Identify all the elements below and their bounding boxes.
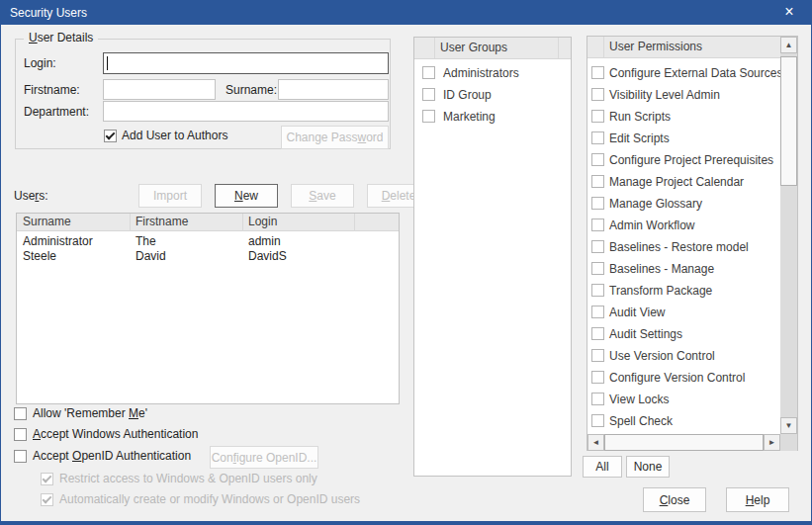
windows-auth-checkbox[interactable] bbox=[14, 428, 27, 441]
scroll-down-icon[interactable]: ▼ bbox=[780, 417, 797, 434]
list-item-administrators[interactable]: Administrators bbox=[414, 62, 571, 84]
openid-auth-checkbox[interactable] bbox=[14, 450, 27, 463]
change-password-button[interactable]: Change Password bbox=[281, 126, 389, 149]
help-button[interactable]: Help bbox=[726, 487, 789, 512]
permission-item[interactable]: Baselines - Manage bbox=[587, 258, 780, 280]
permission-item[interactable]: Manage Project Calendar bbox=[587, 171, 780, 193]
column-header-surname[interactable]: Surname bbox=[23, 214, 71, 230]
column-header-login[interactable]: Login bbox=[248, 214, 277, 230]
surname-input[interactable] bbox=[278, 79, 389, 100]
new-button[interactable]: New bbox=[215, 184, 278, 208]
configure-openid-button[interactable]: Configure OpenID... bbox=[210, 446, 318, 469]
cell-surname: Steele bbox=[23, 249, 56, 264]
permission-checkbox[interactable] bbox=[591, 306, 604, 318]
scroll-up-icon[interactable]: ▲ bbox=[780, 37, 797, 53]
permission-item[interactable]: Audit Settings bbox=[587, 323, 780, 345]
close-icon[interactable]: × bbox=[775, 1, 803, 25]
permission-item[interactable]: Configure Version Control bbox=[587, 367, 780, 389]
group-checkbox[interactable] bbox=[422, 66, 435, 79]
user-permissions-panel: User Permissions Configure External Data… bbox=[586, 36, 798, 451]
horizontal-scrollbar[interactable]: ◄ ► bbox=[587, 434, 780, 451]
list-item-id-group[interactable]: ID Group bbox=[414, 84, 571, 106]
permission-checkbox[interactable] bbox=[591, 66, 604, 79]
none-button[interactable]: None bbox=[626, 456, 670, 478]
permission-item[interactable]: Edit Scripts bbox=[587, 128, 780, 149]
text-caret bbox=[107, 56, 108, 70]
list-item-marketing[interactable]: Marketing bbox=[414, 106, 571, 128]
permission-checkbox[interactable] bbox=[591, 371, 604, 384]
scrollbar-corner bbox=[780, 434, 797, 451]
permission-checkbox[interactable] bbox=[591, 414, 604, 427]
import-button[interactable]: Import bbox=[138, 184, 202, 208]
permission-item[interactable]: Configure External Data Sources bbox=[587, 62, 780, 84]
user-groups-header-label: User Groups bbox=[440, 38, 507, 58]
horizontal-scrollbar-thumb[interactable] bbox=[604, 434, 764, 451]
scroll-right-icon[interactable]: ► bbox=[764, 434, 780, 451]
close-button[interactable]: Close bbox=[643, 487, 706, 512]
permission-item[interactable]: Manage Glossary bbox=[587, 193, 780, 215]
cell-login: DavidS bbox=[248, 249, 287, 264]
department-input[interactable] bbox=[103, 101, 389, 122]
column-divider bbox=[130, 214, 131, 231]
table-row[interactable]: Steele David DavidS bbox=[17, 249, 399, 264]
permission-checkbox[interactable] bbox=[591, 349, 604, 362]
login-input[interactable] bbox=[103, 52, 389, 74]
login-label: Login: bbox=[24, 56, 56, 71]
permission-item[interactable]: Admin Workflow bbox=[587, 215, 780, 236]
permission-label: Spell Check bbox=[609, 410, 673, 432]
permission-item[interactable]: Run Scripts bbox=[587, 106, 780, 128]
restrict-access-label: Restrict access to Windows & OpenID user… bbox=[59, 473, 317, 485]
permission-item[interactable]: Audit View bbox=[587, 302, 780, 323]
restrict-access-checkbox[interactable] bbox=[41, 473, 53, 485]
permission-item[interactable]: Baselines - Restore model bbox=[587, 236, 780, 258]
permission-checkbox[interactable] bbox=[591, 175, 604, 188]
permission-item[interactable]: Visibility Level Admin bbox=[587, 84, 780, 106]
surname-label: Surname: bbox=[226, 83, 277, 98]
permission-checkbox[interactable] bbox=[591, 131, 604, 144]
users-table-header: Surname Firstname Login bbox=[17, 214, 399, 231]
vertical-scrollbar-thumb[interactable] bbox=[780, 56, 797, 186]
permission-checkbox[interactable] bbox=[591, 110, 604, 123]
auto-create-checkbox[interactable] bbox=[41, 493, 53, 506]
permission-item[interactable]: Transform Package bbox=[587, 280, 780, 302]
permission-label: Audit View bbox=[609, 302, 665, 323]
permission-item[interactable]: Use Version Control bbox=[587, 345, 780, 367]
permission-checkbox[interactable] bbox=[591, 240, 604, 253]
table-row[interactable]: Administrator The admin bbox=[17, 234, 399, 249]
group-checkbox[interactable] bbox=[422, 110, 435, 123]
scroll-left-icon[interactable]: ◄ bbox=[587, 434, 604, 451]
permission-item[interactable]: Spell Check bbox=[587, 410, 780, 432]
permission-label: Manage Project Calendar bbox=[609, 171, 744, 193]
user-permissions-header-label: User Permissions bbox=[609, 37, 702, 57]
permission-checkbox[interactable] bbox=[591, 88, 604, 101]
auto-create-label: Automatically create or modify Windows o… bbox=[59, 493, 360, 506]
save-button[interactable]: Save bbox=[291, 184, 354, 208]
header-divider bbox=[434, 38, 435, 58]
all-button[interactable]: All bbox=[583, 456, 622, 478]
remember-me-checkbox[interactable] bbox=[14, 407, 27, 420]
permission-checkbox[interactable] bbox=[591, 284, 604, 297]
group-checkbox[interactable] bbox=[422, 88, 435, 101]
permission-checkbox[interactable] bbox=[591, 197, 604, 210]
column-header-firstname[interactable]: Firstname bbox=[135, 214, 188, 230]
permission-checkbox[interactable] bbox=[591, 327, 604, 340]
column-divider bbox=[354, 214, 355, 231]
permission-checkbox[interactable] bbox=[591, 153, 604, 166]
user-groups-header: User Groups bbox=[414, 38, 571, 59]
permission-checkbox[interactable] bbox=[591, 393, 604, 405]
permission-checkbox[interactable] bbox=[591, 262, 604, 275]
permission-item[interactable]: Configure Project Prerequisites bbox=[587, 149, 780, 171]
add-user-to-authors-checkbox[interactable] bbox=[104, 130, 117, 142]
group-label: Administrators bbox=[443, 62, 519, 84]
change-password-label: Change Password bbox=[286, 131, 383, 144]
permission-label: Manage Glossary bbox=[609, 193, 702, 215]
firstname-input[interactable] bbox=[103, 79, 216, 100]
delete-button-label: Delete bbox=[382, 189, 416, 203]
permission-checkbox[interactable] bbox=[591, 219, 604, 231]
permission-label: Configure Project Prerequisites bbox=[609, 149, 773, 171]
permission-label: View Locks bbox=[609, 389, 669, 410]
permission-label: Run Scripts bbox=[609, 106, 671, 128]
column-divider bbox=[242, 214, 243, 231]
permission-item[interactable]: View Locks bbox=[587, 389, 780, 410]
vertical-scrollbar[interactable]: ▲ ▼ bbox=[780, 37, 797, 434]
